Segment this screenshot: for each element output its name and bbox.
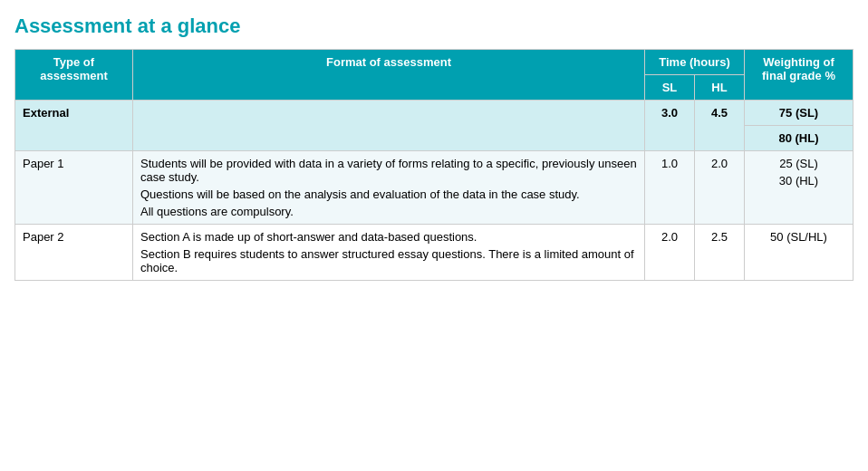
page-title: Assessment at a glance — [14, 14, 854, 38]
cell-sl-external: 3.0 — [645, 101, 695, 151]
assessment-table: Type of assessment Format of assessment … — [14, 49, 854, 281]
cell-weight: 25 (SL)30 (HL) — [745, 151, 854, 225]
cell-hl-external: 4.5 — [695, 101, 745, 151]
header-hl: HL — [695, 75, 745, 101]
cell-sl: 1.0 — [645, 151, 695, 225]
header-format: Format of assessment — [133, 50, 645, 101]
cell-format-external — [133, 101, 645, 151]
cell-type: Paper 2 — [15, 225, 133, 281]
cell-type-external: External — [15, 101, 133, 151]
cell-sl: 2.0 — [645, 225, 695, 281]
cell-format: Students will be provided with data in a… — [133, 151, 645, 225]
cell-format: Section A is made up of short-answer and… — [133, 225, 645, 281]
header-sl: SL — [645, 75, 695, 101]
header-type: Type of assessment — [15, 50, 133, 101]
cell-weight: 50 (SL/HL) — [745, 225, 854, 281]
cell-hl: 2.5 — [695, 225, 745, 281]
table-row: Paper 2 Section A is made up of short-an… — [15, 225, 854, 281]
cell-weight-sl-external: 75 (SL) — [745, 101, 854, 126]
cell-weight-hl-external: 80 (HL) — [745, 126, 854, 151]
header-weight: Weighting of final grade % — [745, 50, 854, 101]
cell-type: Paper 1 — [15, 151, 133, 225]
cell-hl: 2.0 — [695, 151, 745, 225]
header-time: Time (hours) — [645, 50, 745, 75]
table-row: Paper 1 Students will be provided with d… — [15, 151, 854, 225]
